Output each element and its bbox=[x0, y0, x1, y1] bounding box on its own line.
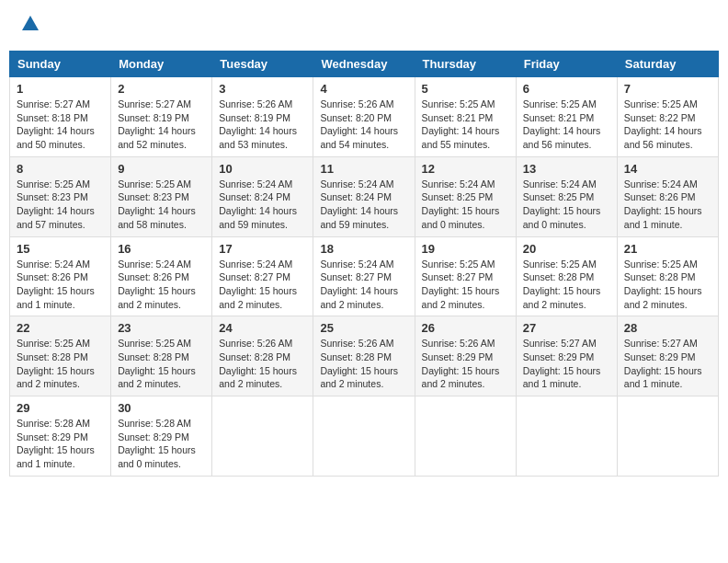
day-number: 26 bbox=[422, 321, 509, 335]
day-number: 24 bbox=[219, 321, 306, 335]
day-number: 12 bbox=[422, 162, 509, 176]
day-number: 29 bbox=[17, 401, 104, 415]
day-info: Sunrise: 5:28 AMSunset: 8:29 PMDaylight:… bbox=[17, 418, 95, 469]
day-number: 2 bbox=[118, 82, 205, 96]
day-number: 14 bbox=[624, 162, 711, 176]
day-number: 13 bbox=[523, 162, 610, 176]
day-cell: 4Sunrise: 5:26 AMSunset: 8:20 PMDaylight… bbox=[313, 77, 415, 157]
day-cell: 21Sunrise: 5:25 AMSunset: 8:28 PMDayligh… bbox=[617, 236, 718, 316]
day-number: 10 bbox=[219, 162, 306, 176]
day-cell: 5Sunrise: 5:25 AMSunset: 8:21 PMDaylight… bbox=[415, 77, 516, 157]
calendar: SundayMondayTuesdayWednesdayThursdayFrid… bbox=[9, 51, 719, 477]
day-number: 19 bbox=[422, 242, 509, 256]
day-info: Sunrise: 5:24 AMSunset: 8:26 PMDaylight:… bbox=[17, 259, 95, 310]
day-cell: 14Sunrise: 5:24 AMSunset: 8:26 PMDayligh… bbox=[617, 156, 718, 236]
day-cell: 25Sunrise: 5:26 AMSunset: 8:28 PMDayligh… bbox=[313, 316, 415, 396]
day-info: Sunrise: 5:25 AMSunset: 8:22 PMDaylight:… bbox=[624, 98, 702, 150]
day-info: Sunrise: 5:25 AMSunset: 8:23 PMDaylight:… bbox=[118, 178, 196, 230]
weekday-header-friday: Friday bbox=[516, 52, 617, 77]
day-number: 1 bbox=[17, 82, 104, 96]
day-info: Sunrise: 5:26 AMSunset: 8:29 PMDaylight:… bbox=[422, 338, 500, 389]
day-number: 17 bbox=[219, 242, 306, 256]
day-info: Sunrise: 5:24 AMSunset: 8:25 PMDaylight:… bbox=[523, 178, 601, 230]
header bbox=[9, 9, 719, 43]
day-number: 15 bbox=[17, 242, 104, 256]
day-cell: 28Sunrise: 5:27 AMSunset: 8:29 PMDayligh… bbox=[617, 316, 718, 396]
day-cell: 11Sunrise: 5:24 AMSunset: 8:24 PMDayligh… bbox=[313, 156, 415, 236]
day-info: Sunrise: 5:27 AMSunset: 8:29 PMDaylight:… bbox=[523, 338, 601, 389]
day-cell: 7Sunrise: 5:25 AMSunset: 8:22 PMDaylight… bbox=[617, 77, 718, 157]
day-number: 8 bbox=[17, 162, 104, 176]
day-info: Sunrise: 5:27 AMSunset: 8:29 PMDaylight:… bbox=[624, 338, 702, 389]
day-cell: 17Sunrise: 5:24 AMSunset: 8:27 PMDayligh… bbox=[212, 236, 313, 316]
day-cell: 29Sunrise: 5:28 AMSunset: 8:29 PMDayligh… bbox=[10, 396, 111, 477]
day-number: 6 bbox=[523, 82, 610, 96]
day-info: Sunrise: 5:25 AMSunset: 8:28 PMDaylight:… bbox=[17, 338, 95, 389]
day-info: Sunrise: 5:26 AMSunset: 8:20 PMDaylight:… bbox=[320, 98, 398, 150]
day-info: Sunrise: 5:27 AMSunset: 8:18 PMDaylight:… bbox=[17, 98, 95, 150]
day-cell: 8Sunrise: 5:25 AMSunset: 8:23 PMDaylight… bbox=[10, 156, 111, 236]
day-cell bbox=[212, 396, 313, 477]
day-cell bbox=[415, 396, 516, 477]
day-number: 21 bbox=[624, 242, 711, 256]
day-number: 22 bbox=[17, 321, 104, 335]
day-number: 3 bbox=[219, 82, 306, 96]
day-cell: 22Sunrise: 5:25 AMSunset: 8:28 PMDayligh… bbox=[10, 316, 111, 396]
day-cell: 13Sunrise: 5:24 AMSunset: 8:25 PMDayligh… bbox=[516, 156, 617, 236]
day-cell: 19Sunrise: 5:25 AMSunset: 8:27 PMDayligh… bbox=[415, 236, 516, 316]
day-info: Sunrise: 5:24 AMSunset: 8:24 PMDaylight:… bbox=[320, 178, 398, 230]
day-cell: 3Sunrise: 5:26 AMSunset: 8:19 PMDaylight… bbox=[212, 77, 313, 157]
weekday-header-saturday: Saturday bbox=[617, 52, 718, 77]
day-cell: 30Sunrise: 5:28 AMSunset: 8:29 PMDayligh… bbox=[111, 396, 212, 477]
day-number: 23 bbox=[118, 321, 205, 335]
day-info: Sunrise: 5:24 AMSunset: 8:25 PMDaylight:… bbox=[422, 178, 500, 230]
day-number: 9 bbox=[118, 162, 205, 176]
weekday-header-wednesday: Wednesday bbox=[313, 52, 415, 77]
week-row-3: 15Sunrise: 5:24 AMSunset: 8:26 PMDayligh… bbox=[10, 236, 719, 316]
day-cell: 12Sunrise: 5:24 AMSunset: 8:25 PMDayligh… bbox=[415, 156, 516, 236]
day-cell: 2Sunrise: 5:27 AMSunset: 8:19 PMDaylight… bbox=[111, 77, 212, 157]
day-cell: 18Sunrise: 5:24 AMSunset: 8:27 PMDayligh… bbox=[313, 236, 415, 316]
day-info: Sunrise: 5:25 AMSunset: 8:28 PMDaylight:… bbox=[624, 259, 702, 310]
week-row-4: 22Sunrise: 5:25 AMSunset: 8:28 PMDayligh… bbox=[10, 316, 719, 396]
day-cell: 10Sunrise: 5:24 AMSunset: 8:24 PMDayligh… bbox=[212, 156, 313, 236]
day-number: 27 bbox=[523, 321, 610, 335]
day-cell: 1Sunrise: 5:27 AMSunset: 8:18 PMDaylight… bbox=[10, 77, 111, 157]
svg-marker-0 bbox=[22, 16, 39, 30]
day-info: Sunrise: 5:25 AMSunset: 8:21 PMDaylight:… bbox=[422, 98, 500, 150]
day-cell bbox=[313, 396, 415, 477]
day-cell: 15Sunrise: 5:24 AMSunset: 8:26 PMDayligh… bbox=[10, 236, 111, 316]
day-number: 16 bbox=[118, 242, 205, 256]
day-info: Sunrise: 5:26 AMSunset: 8:28 PMDaylight:… bbox=[219, 338, 297, 389]
day-cell: 27Sunrise: 5:27 AMSunset: 8:29 PMDayligh… bbox=[516, 316, 617, 396]
day-info: Sunrise: 5:27 AMSunset: 8:19 PMDaylight:… bbox=[118, 98, 196, 150]
weekday-header-sunday: Sunday bbox=[10, 52, 111, 77]
weekday-header-thursday: Thursday bbox=[415, 52, 516, 77]
day-number: 28 bbox=[624, 321, 711, 335]
day-cell: 16Sunrise: 5:24 AMSunset: 8:26 PMDayligh… bbox=[111, 236, 212, 316]
day-number: 4 bbox=[320, 82, 407, 96]
day-info: Sunrise: 5:28 AMSunset: 8:29 PMDaylight:… bbox=[118, 418, 196, 469]
logo bbox=[18, 14, 40, 39]
day-info: Sunrise: 5:25 AMSunset: 8:28 PMDaylight:… bbox=[523, 259, 601, 310]
weekday-header-monday: Monday bbox=[111, 52, 212, 77]
day-number: 30 bbox=[118, 401, 205, 415]
day-number: 7 bbox=[624, 82, 711, 96]
day-info: Sunrise: 5:25 AMSunset: 8:23 PMDaylight:… bbox=[17, 178, 95, 230]
day-info: Sunrise: 5:25 AMSunset: 8:28 PMDaylight:… bbox=[118, 338, 196, 389]
day-cell: 6Sunrise: 5:25 AMSunset: 8:21 PMDaylight… bbox=[516, 77, 617, 157]
logo-icon bbox=[20, 14, 40, 34]
day-cell: 9Sunrise: 5:25 AMSunset: 8:23 PMDaylight… bbox=[111, 156, 212, 236]
day-number: 20 bbox=[523, 242, 610, 256]
week-row-2: 8Sunrise: 5:25 AMSunset: 8:23 PMDaylight… bbox=[10, 156, 719, 236]
week-row-5: 29Sunrise: 5:28 AMSunset: 8:29 PMDayligh… bbox=[10, 396, 719, 477]
day-info: Sunrise: 5:24 AMSunset: 8:27 PMDaylight:… bbox=[219, 259, 297, 310]
day-info: Sunrise: 5:26 AMSunset: 8:28 PMDaylight:… bbox=[320, 338, 398, 389]
day-info: Sunrise: 5:24 AMSunset: 8:27 PMDaylight:… bbox=[320, 259, 398, 310]
day-cell: 23Sunrise: 5:25 AMSunset: 8:28 PMDayligh… bbox=[111, 316, 212, 396]
day-cell: 20Sunrise: 5:25 AMSunset: 8:28 PMDayligh… bbox=[516, 236, 617, 316]
day-info: Sunrise: 5:26 AMSunset: 8:19 PMDaylight:… bbox=[219, 98, 297, 150]
day-info: Sunrise: 5:25 AMSunset: 8:27 PMDaylight:… bbox=[422, 259, 500, 310]
day-info: Sunrise: 5:24 AMSunset: 8:26 PMDaylight:… bbox=[118, 259, 196, 310]
day-info: Sunrise: 5:25 AMSunset: 8:21 PMDaylight:… bbox=[523, 98, 601, 150]
